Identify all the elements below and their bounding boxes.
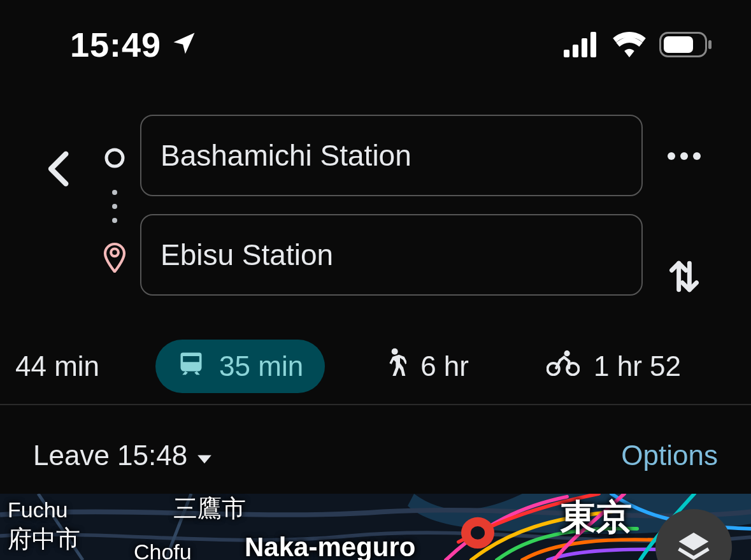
svg-point-8 bbox=[111, 249, 118, 257]
directions-header: Bashamichi Station Ebisu Station bbox=[0, 115, 751, 299]
map-label-nakameguro: Naka-meguro bbox=[245, 532, 415, 560]
destination-value: Ebisu Station bbox=[161, 238, 333, 272]
origin-circle-icon bbox=[103, 147, 126, 172]
svg-point-9 bbox=[668, 152, 675, 160]
map-label-chofu: Chofu bbox=[134, 540, 192, 560]
svg-point-14 bbox=[392, 348, 398, 355]
map-label-tokyo-jp: 東京 bbox=[561, 494, 632, 542]
map-label-fuchu-jp: 府中市 bbox=[8, 523, 80, 556]
destination-field[interactable]: Ebisu Station bbox=[140, 214, 643, 296]
back-button[interactable] bbox=[45, 150, 70, 190]
travel-mode-tabs: 44 min 35 min 6 hr 1 hr 52 44 m bbox=[0, 331, 751, 401]
svg-point-13 bbox=[194, 365, 197, 369]
svg-rect-0 bbox=[564, 50, 569, 57]
svg-rect-5 bbox=[708, 40, 712, 49]
route-endpoints-icons bbox=[89, 115, 140, 275]
svg-point-7 bbox=[106, 150, 123, 166]
depart-time-label: Leave 15:48 bbox=[33, 440, 187, 471]
mode-drive-label: 44 min bbox=[15, 350, 99, 382]
route-dots-icon bbox=[112, 190, 117, 223]
more-options-button[interactable] bbox=[665, 150, 703, 165]
svg-point-11 bbox=[693, 152, 701, 160]
layers-icon bbox=[676, 528, 712, 560]
mode-walk[interactable]: 6 hr bbox=[359, 340, 490, 393]
svg-rect-6 bbox=[664, 36, 693, 53]
svg-marker-20 bbox=[197, 456, 211, 464]
svg-point-12 bbox=[185, 365, 189, 369]
origin-field[interactable]: Bashamichi Station bbox=[140, 115, 643, 196]
walk-icon bbox=[381, 348, 406, 385]
mode-walk-label: 6 hr bbox=[420, 350, 469, 382]
svg-marker-24 bbox=[679, 533, 709, 550]
mode-rideshare[interactable]: 44 m bbox=[737, 340, 751, 393]
bike-icon bbox=[547, 350, 580, 382]
options-label: Options bbox=[621, 440, 718, 471]
svg-point-23 bbox=[471, 526, 485, 540]
svg-point-17 bbox=[564, 350, 570, 356]
options-button[interactable]: Options bbox=[621, 440, 718, 471]
svg-rect-2 bbox=[582, 38, 587, 57]
status-time: 15:49 bbox=[70, 25, 161, 64]
depart-time-button[interactable]: Leave 15:48 bbox=[33, 440, 213, 471]
battery-icon bbox=[659, 32, 713, 57]
mode-bike[interactable]: 1 hr 52 bbox=[525, 340, 703, 393]
map-label-fuchu-en: Fuchu bbox=[8, 498, 68, 522]
swap-endpoints-button[interactable] bbox=[666, 256, 702, 299]
map-view[interactable]: Fuchu 府中市 三鷹市 Chofu Naka-meguro 東京 bbox=[0, 494, 751, 560]
destination-pin-icon bbox=[102, 241, 127, 275]
chevron-down-icon bbox=[196, 440, 213, 471]
svg-rect-3 bbox=[590, 32, 596, 57]
mode-drive[interactable]: 44 min bbox=[11, 340, 121, 393]
schedule-row: Leave 15:48 Options bbox=[0, 420, 751, 491]
mode-transit[interactable]: 35 min bbox=[155, 340, 325, 393]
location-services-icon bbox=[170, 29, 198, 60]
wifi-icon bbox=[612, 32, 647, 57]
train-icon bbox=[177, 349, 205, 384]
svg-point-10 bbox=[680, 152, 688, 160]
cellular-signal-icon bbox=[564, 32, 599, 57]
map-label-mitaka-jp: 三鷹市 bbox=[173, 494, 246, 525]
divider bbox=[0, 404, 751, 405]
status-bar: 15:49 bbox=[0, 0, 751, 89]
mode-transit-label: 35 min bbox=[219, 350, 303, 382]
mode-bike-label: 1 hr 52 bbox=[594, 350, 681, 382]
svg-rect-1 bbox=[573, 45, 578, 57]
origin-value: Bashamichi Station bbox=[161, 138, 411, 173]
